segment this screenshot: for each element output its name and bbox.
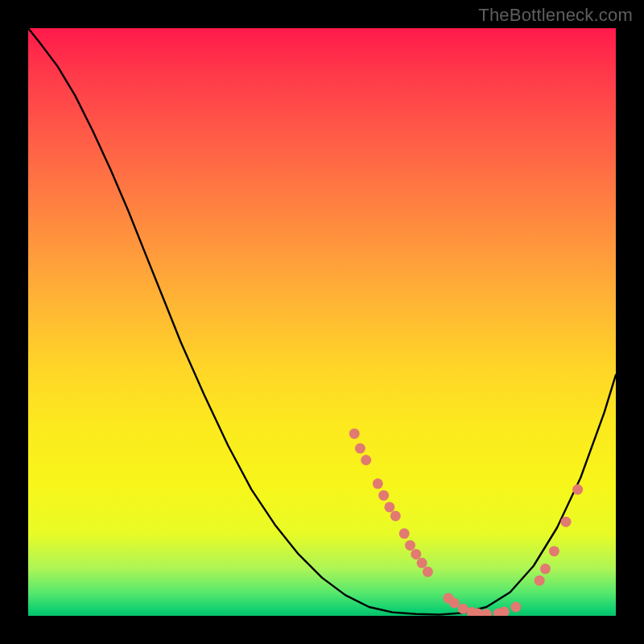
data-point (390, 510, 401, 521)
data-point (349, 428, 360, 439)
data-point (449, 597, 460, 608)
data-point (411, 549, 421, 559)
source-credit: TheBottleneck.com (478, 5, 633, 26)
data-point (561, 517, 572, 527)
data-point-markers (349, 428, 583, 616)
data-point (510, 602, 521, 613)
data-point (535, 576, 545, 586)
data-point (481, 609, 492, 616)
data-point (417, 558, 427, 568)
data-point (499, 606, 510, 616)
data-point (572, 485, 583, 495)
data-point (361, 455, 371, 465)
data-point (384, 502, 394, 512)
data-point (405, 540, 415, 551)
data-point (378, 490, 389, 501)
chart-frame: TheBottleneck.com (0, 0, 644, 644)
data-point (399, 528, 410, 539)
data-point (423, 567, 433, 577)
bottleneck-curve (28, 28, 616, 615)
data-point (540, 564, 551, 574)
data-point (355, 444, 365, 454)
data-point (549, 546, 559, 556)
chart-svg (28, 28, 616, 616)
data-point (373, 478, 383, 489)
plot-area (28, 28, 616, 616)
